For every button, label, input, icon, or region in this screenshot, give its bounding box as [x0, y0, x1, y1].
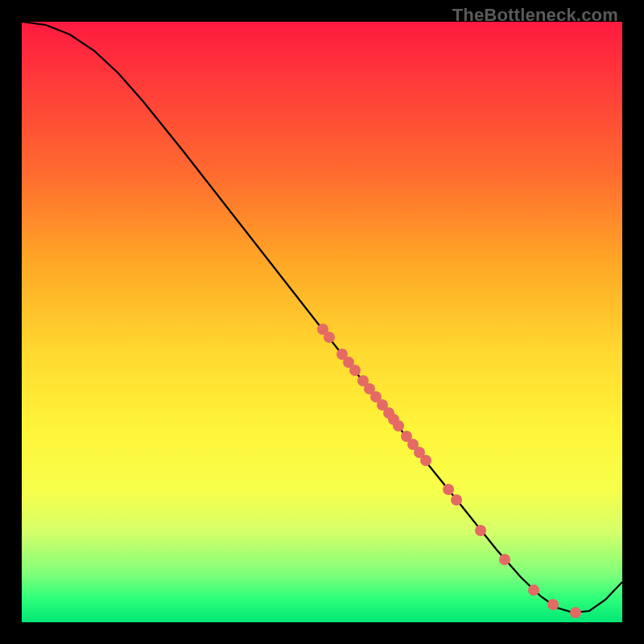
data-point — [393, 420, 404, 431]
data-point — [547, 599, 559, 610]
data-point — [349, 365, 361, 376]
data-point — [420, 455, 431, 466]
data-point — [528, 584, 539, 596]
data-point — [570, 607, 581, 618]
watermark-text: TheBottleneck.com — [452, 5, 618, 26]
plot-area — [22, 22, 622, 622]
data-point — [443, 484, 454, 495]
bottleneck-curve — [22, 22, 622, 613]
data-point — [499, 554, 510, 565]
curve-layer — [22, 22, 622, 622]
chart-frame: TheBottleneck.com — [0, 0, 644, 644]
data-point — [475, 525, 486, 536]
data-point — [451, 494, 462, 506]
data-point — [324, 332, 335, 343]
